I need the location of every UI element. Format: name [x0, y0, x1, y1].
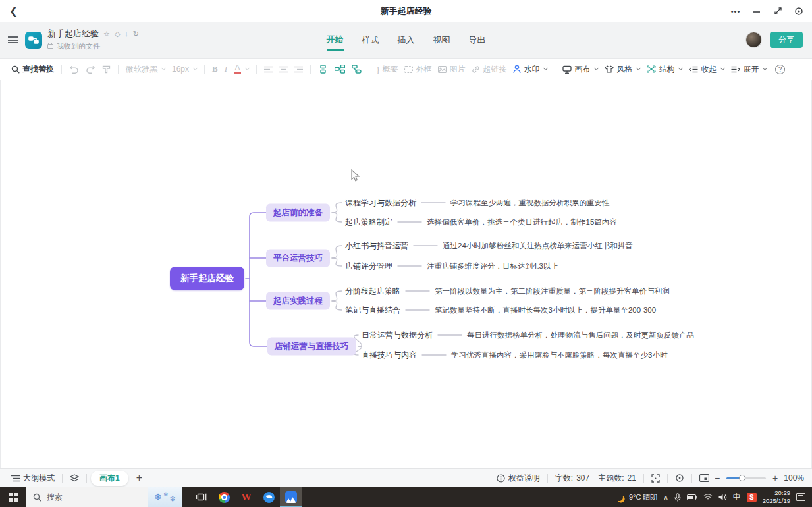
- format-painter-icon[interactable]: [102, 65, 111, 74]
- zoom-in-button[interactable]: +: [772, 473, 778, 483]
- font-color-label: A: [235, 64, 240, 72]
- zoom-slider[interactable]: [726, 477, 766, 479]
- insert-floating-topic-icon[interactable]: [352, 65, 362, 74]
- mindmap-root-node[interactable]: 新手起店经验: [170, 267, 244, 290]
- expand-button[interactable]: 展开: [731, 64, 767, 75]
- layers-button[interactable]: [70, 474, 79, 483]
- mindmap-branch-node[interactable]: 平台运营技巧: [266, 250, 330, 267]
- mindmap-topic-node[interactable]: 课程学习与数据分析: [345, 198, 416, 209]
- mindmap-topic-node[interactable]: 起店策略制定: [345, 217, 392, 228]
- tab-start[interactable]: 开始: [327, 34, 344, 51]
- tab-view[interactable]: 视图: [433, 34, 450, 50]
- watermark-button[interactable]: 水印: [513, 64, 547, 75]
- align-right-icon[interactable]: [294, 66, 303, 73]
- taskbar-search-input[interactable]: 搜索: [26, 487, 148, 507]
- weather-widget[interactable]: ❄ ❄ ❄: [148, 487, 182, 507]
- task-view-button[interactable]: [190, 487, 213, 507]
- zoom-slider-thumb[interactable]: [739, 475, 745, 481]
- redo-icon[interactable]: [86, 65, 95, 74]
- minimize-icon[interactable]: [751, 6, 762, 16]
- mindmap-topic-node[interactable]: 笔记与直播结合: [345, 305, 400, 316]
- mindmap-detail-text[interactable]: 注重店铺多维度评分，目标达到4.3以上: [427, 261, 558, 271]
- clock[interactable]: 20:29 2025/1/19: [763, 489, 790, 506]
- mindmap-detail-text[interactable]: 第一阶段以数量为主，第二阶段注重质量，第三阶段提升客单价与利润: [435, 286, 670, 296]
- find-replace-button[interactable]: 查找替换: [11, 64, 54, 75]
- font-name-select[interactable]: 微软雅黑: [126, 64, 165, 75]
- collapse-button[interactable]: 收起: [689, 64, 724, 75]
- sogou-input-icon[interactable]: S: [747, 493, 757, 502]
- ime-indicator[interactable]: 中: [733, 492, 741, 503]
- frame-button[interactable]: 外框: [404, 64, 431, 75]
- tab-export[interactable]: 导出: [469, 34, 486, 50]
- tray-expand-chevron[interactable]: ∧: [663, 494, 668, 501]
- insert-subtopic-icon[interactable]: [318, 65, 328, 74]
- mindmap-detail-text[interactable]: 学习优秀直播内容，采用露脸与不露脸策略，每次直播至少3小时: [451, 350, 667, 360]
- font-color-button[interactable]: A: [234, 64, 249, 74]
- mindmap-topic-node[interactable]: 小红书与抖音运营: [345, 240, 408, 252]
- canvas-button[interactable]: 画布: [562, 64, 598, 75]
- undo-icon[interactable]: [69, 65, 79, 74]
- star-icon[interactable]: ☆: [103, 30, 110, 38]
- speaker-icon[interactable]: [718, 494, 727, 501]
- tab-style[interactable]: 样式: [362, 34, 379, 50]
- chrome-icon[interactable]: [213, 487, 235, 507]
- share-button[interactable]: 分享: [770, 32, 803, 48]
- align-left-icon[interactable]: [264, 66, 273, 73]
- wps-icon[interactable]: W: [235, 487, 257, 507]
- download-icon[interactable]: ↓: [124, 30, 128, 38]
- italic-button[interactable]: I: [225, 64, 227, 74]
- mindmap-branch-node[interactable]: 起店实践过程: [266, 292, 330, 310]
- mindmap-detail-text[interactable]: 学习课程至少两遍，重视数据分析积累的重要性: [450, 198, 610, 208]
- structure-button[interactable]: 结构: [647, 64, 682, 75]
- font-size-select[interactable]: 16px: [172, 65, 197, 74]
- align-center-icon[interactable]: [279, 66, 288, 73]
- locate-center-button[interactable]: [675, 473, 684, 483]
- battery-icon[interactable]: [687, 494, 697, 500]
- mindmap-topic-node[interactable]: 店铺评分管理: [345, 261, 392, 272]
- weather-moon-icon[interactable]: [615, 493, 624, 502]
- menu-icon[interactable]: [8, 36, 18, 43]
- image-button[interactable]: 图片: [438, 64, 465, 75]
- bold-button[interactable]: B: [212, 64, 218, 74]
- mindmap-topic-node[interactable]: 分阶段起店策略: [345, 286, 400, 297]
- more-options-icon[interactable]: •••: [730, 6, 741, 16]
- mindmap-topic-node[interactable]: 日常运营与数据分析: [362, 330, 433, 341]
- summary-button[interactable]: }概要: [377, 64, 398, 75]
- maximize-icon[interactable]: [772, 6, 783, 16]
- fullscreen-button[interactable]: [651, 474, 660, 483]
- mindmap-detail-text[interactable]: 选择偏低客单价，挑选三个类目进行起店，制作15篇内容: [427, 217, 617, 227]
- mindmap-branch-node[interactable]: 起店前的准备: [266, 204, 330, 222]
- wifi-icon[interactable]: [703, 494, 713, 500]
- dingtalk-icon[interactable]: [257, 487, 280, 507]
- microphone-icon[interactable]: [674, 493, 681, 502]
- start-button[interactable]: [0, 487, 26, 507]
- outline-mode-button[interactable]: 大纲模式: [11, 473, 55, 484]
- tab-insert[interactable]: 插入: [398, 34, 415, 50]
- search-icon: [33, 493, 41, 502]
- rights-info-button[interactable]: 权益说明: [497, 473, 540, 484]
- tag-icon[interactable]: ◇: [115, 30, 120, 38]
- hyperlink-button[interactable]: 超链接: [472, 64, 506, 75]
- help-button[interactable]: ?: [775, 65, 785, 74]
- add-canvas-button[interactable]: +: [136, 472, 142, 484]
- mindmap-topic-node[interactable]: 直播技巧与内容: [362, 350, 417, 361]
- zoom-out-button[interactable]: −: [715, 473, 720, 483]
- doc-location[interactable]: 我收到的文件: [57, 41, 100, 51]
- back-icon[interactable]: ❮: [9, 5, 18, 17]
- canvas-tab[interactable]: 画布1: [91, 471, 128, 486]
- target-circle-icon[interactable]: [794, 6, 804, 16]
- minimap-button[interactable]: [699, 474, 709, 482]
- mindmap-canvas[interactable]: 新手起店经验起店前的准备课程学习与数据分析学习课程至少两遍，重视数据分析积累的重…: [0, 80, 812, 468]
- mindmap-branch-node[interactable]: 店铺运营与直播技巧: [267, 338, 356, 356]
- mindmap-detail-text[interactable]: 每日进行数据榜单分析，处理物流与售后问题，及时更新负反馈产品: [467, 331, 694, 340]
- history-icon[interactable]: ↻: [133, 30, 139, 38]
- mindmap-detail-text[interactable]: 笔记数量坚持不断，直播时长每次3小时以上，提升单量至200-300: [435, 306, 656, 315]
- action-center-icon[interactable]: [796, 493, 805, 501]
- style-button[interactable]: 风格: [605, 64, 640, 75]
- weather-text[interactable]: 9°C 晴朗: [629, 493, 658, 502]
- mindmap-app-icon[interactable]: [280, 487, 302, 507]
- avatar[interactable]: [745, 32, 762, 48]
- app-logo-icon[interactable]: [25, 32, 42, 49]
- insert-child-topic-icon[interactable]: [335, 65, 345, 74]
- mindmap-detail-text[interactable]: 通过24小时加够粉丝和关注热点榜单来运营小红书和抖音: [443, 241, 633, 251]
